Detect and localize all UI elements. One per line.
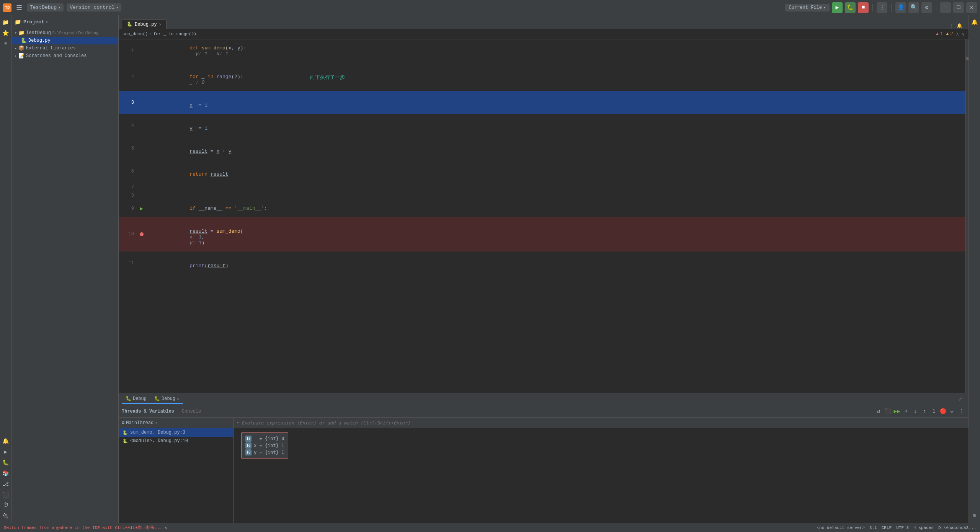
tree-root-folder[interactable]: ▾ 📁 TestDebug D:\Project\TestDebug (11, 29, 118, 37)
scrollbar-thumb (966, 57, 969, 60)
notifications-icon[interactable]: 🔔 (1, 436, 10, 446)
line-num-9: 9 (119, 206, 138, 211)
code-line-2: 2 for _ in range(2): _ : 0 (119, 62, 969, 91)
structure-icon[interactable]: ≡ (1, 39, 10, 48)
run-button[interactable]: ▶ (832, 2, 843, 13)
frame-1-icon: 🐍 (122, 430, 128, 435)
bookmarks-icon[interactable]: ⭐ (1, 28, 10, 38)
plugins-icon[interactable]: 🔌 (1, 511, 10, 521)
tree-scratches-consoles[interactable]: ▸ 📝 Scratches and Consoles (11, 52, 118, 60)
edit-config-button[interactable]: ✏ (948, 407, 956, 416)
debug-more-button[interactable]: ⋮ (957, 407, 965, 416)
git-icon[interactable]: ⎇ (1, 479, 10, 488)
rerun-debug-button[interactable]: ↺ (874, 407, 883, 416)
code-container[interactable]: 1 def sum_demo(x, y): y: 1 x: 1 2 (119, 39, 969, 393)
breadcrumb-func[interactable]: sum_demo() (122, 32, 148, 36)
right-icon-bar: 🔔 ⊞ (969, 15, 980, 523)
project-view-icon[interactable]: 📁 (1, 18, 10, 27)
right-icon-notifications[interactable]: 🔔 (970, 18, 979, 27)
exec-arrow-icon: ▶ (140, 206, 143, 212)
status-position[interactable]: 3:1 (869, 525, 877, 530)
frame-item-1[interactable]: 🐍 sum_demo, Debug.py:3 (119, 428, 233, 437)
status-encoding[interactable]: UTF-8 (896, 525, 909, 530)
thread-name: MainThread (126, 420, 154, 426)
tree-debug-py[interactable]: 🐍 Debug.py (11, 37, 118, 44)
tree-external-libraries[interactable]: ▸ 📦 External Libraries (11, 44, 118, 52)
error-count[interactable]: ▲ 1 (936, 31, 943, 37)
frame-item-2[interactable]: 🐍 <module>, Debug.py:10 (119, 437, 233, 445)
debug-tab-2[interactable]: 🐛 Debug ✕ (150, 394, 183, 404)
maximize-button[interactable]: □ (953, 2, 964, 13)
line-marker-9-exec: ▶ (138, 206, 145, 212)
breadcrumb-loop[interactable]: for _ in range(2) (154, 32, 196, 36)
error-count-label: 1 (940, 31, 943, 37)
scratches-name: Scratches and Consoles (26, 53, 87, 59)
status-warning-close[interactable]: ✕ (165, 525, 167, 530)
variable-item-underscore[interactable]: 10 _ = {int} 0 (245, 436, 284, 442)
notifications-tab-icon[interactable]: 🔔 (957, 23, 962, 29)
variables-tooltip-box: 10 _ = {int} 0 10 x = {int} 1 (241, 432, 288, 459)
right-sidebar-icon[interactable]: ⊞ (970, 511, 979, 521)
code-line-1: 1 def sum_demo(x, y): y: 1 x: 1 (119, 39, 969, 62)
timer-icon[interactable]: ⏱ (1, 501, 10, 510)
hamburger-menu-button[interactable]: ☰ (15, 3, 24, 13)
status-server[interactable]: <no default server> (817, 525, 865, 530)
status-indent[interactable]: 4 spaces (913, 525, 934, 530)
terminal-icon[interactable]: ⬛ (1, 490, 10, 499)
mute-breakpoints-button[interactable]: 🔴 (939, 407, 947, 416)
line-num-1: 1 (119, 48, 138, 54)
line-content-1: def sum_demo(x, y): y: 1 x: 1 (145, 39, 246, 62)
user-button[interactable]: 👤 (895, 2, 906, 13)
tab-area-more-icon[interactable]: ⋮ (949, 23, 954, 29)
toolbar-separator (872, 4, 873, 11)
bottom-panel: 🐛 Debug 🐛 Debug ✕ ⤢ Threads & Variables … (119, 393, 969, 523)
scratches-arrow-icon: ▸ (15, 54, 17, 58)
debug-tab-1[interactable]: 🐛 Debug (122, 394, 150, 404)
expression-input[interactable] (242, 420, 965, 426)
status-line-ending[interactable]: CRLF (882, 525, 892, 530)
expand-panel-icon[interactable]: ⤢ (958, 396, 962, 402)
chevron-up-icon[interactable]: ∧ (956, 31, 959, 37)
search-everywhere-button[interactable]: 🔍 (908, 2, 919, 13)
thread-dropdown[interactable]: ≡ MainThread ▾ (122, 420, 230, 426)
debug-tab-1-icon: 🐛 (126, 396, 131, 401)
threads-variables-label: Threads & Variables (122, 409, 174, 414)
debug-tab-2-close[interactable]: ✕ (177, 397, 179, 401)
run-config-dropdown-icon: ▾ (823, 5, 826, 10)
chevron-down-icon[interactable]: ∨ (962, 31, 965, 37)
warning-count[interactable]: ▲ 2 (946, 31, 953, 37)
console-tab-button[interactable]: Console (182, 409, 201, 414)
variables-list: 10 _ = {int} 0 10 x = {int} 1 (234, 428, 969, 523)
run-config-button[interactable]: Current File ▾ (785, 4, 830, 11)
more-options-button[interactable]: ⋮ (877, 2, 887, 13)
minimize-button[interactable]: ─ (940, 2, 951, 13)
step-over-button[interactable]: ⬇ (902, 407, 910, 416)
code-scrollbar[interactable] (965, 39, 969, 393)
debug-tab-2-label: Debug (162, 396, 175, 401)
vcs-dropdown-button[interactable]: Version control ▾ (67, 3, 121, 11)
stop-button[interactable]: ■ (858, 2, 869, 13)
tab-label: Debug.py (135, 22, 157, 27)
variable-item-y[interactable]: 10 y = {int} 1 (245, 449, 284, 455)
frames-panel: ≡ MainThread ▾ 🐍 sum_demo, Debug.py:3 🐍 … (119, 418, 234, 523)
layers-icon[interactable]: 📚 (1, 468, 10, 478)
stop-debug-button[interactable]: ⬛ (884, 407, 892, 416)
step-out-button[interactable]: ↑ (920, 407, 929, 416)
debug-icon[interactable]: 🐛 (1, 458, 10, 467)
debug-py-tab[interactable]: 🐍 Debug.py ✕ (122, 20, 167, 29)
code-line-11: 11 print(result) (119, 251, 969, 274)
step-into-button[interactable]: ↓ (911, 407, 920, 416)
run-to-cursor-button[interactable]: ⤵ (929, 407, 938, 416)
tab-close-button[interactable]: ✕ (159, 22, 162, 27)
close-button[interactable]: ✕ (966, 2, 977, 13)
project-dropdown-button[interactable]: TestDebug ▾ (27, 3, 64, 11)
resume-button[interactable]: ▶▶ (893, 407, 901, 416)
settings-button[interactable]: ⚙ (921, 2, 932, 13)
status-project-path[interactable]: D:\Anaconda3... (938, 525, 976, 530)
var-name-x: x = {int} 1 (254, 443, 284, 448)
run-icon[interactable]: ▶ (1, 447, 10, 456)
line-num-3: 3 (119, 100, 138, 105)
warning-count-label: 2 (950, 31, 953, 37)
debug-config-button[interactable]: 🐛 (845, 2, 856, 13)
variable-item-x[interactable]: 10 x = {int} 1 (245, 442, 284, 449)
